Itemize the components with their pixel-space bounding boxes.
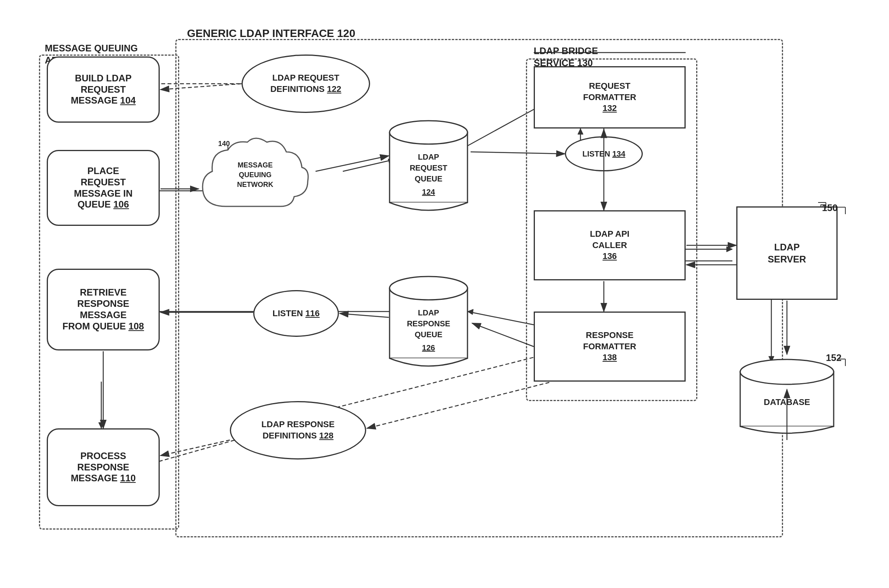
svg-text:QUEUING: QUEUING: [239, 171, 272, 179]
oval-122: LDAP REQUESTDEFINITIONS 122: [242, 55, 370, 113]
svg-text:RESPONSE: RESPONSE: [407, 319, 450, 328]
cylinder-124: LDAP REQUEST QUEUE 124: [386, 113, 471, 216]
svg-point-36: [390, 121, 467, 144]
box-108: RETRIEVERESPONSEMESSAGEFROM QUEUE 108: [47, 269, 160, 350]
box-caller-136: LDAP APICALLER136: [534, 210, 686, 280]
box-104: BUILD LDAPREQUESTMESSAGE 104: [47, 56, 160, 123]
svg-text:REQUEST: REQUEST: [410, 164, 448, 172]
database-ref: 152: [826, 352, 841, 363]
cylinder-database: DATABASE: [736, 354, 838, 442]
box-110: PROCESSRESPONSEMESSAGE 110: [47, 428, 160, 506]
ref-bracket-150: [732, 195, 841, 210]
svg-point-48: [740, 359, 834, 384]
diagram-container: GENERIC LDAP INTERFACE 120 MESSAGE QUEUI…: [23, 16, 865, 572]
box-106: PLACEREQUESTMESSAGE INQUEUE 106: [47, 150, 160, 226]
svg-text:DATABASE: DATABASE: [764, 397, 810, 407]
box-formatter-132: REQUESTFORMATTER132: [534, 66, 686, 129]
svg-text:LDAP: LDAP: [418, 308, 439, 317]
box-formatter-138: RESPONSEFORMATTER138: [534, 312, 686, 382]
svg-text:126: 126: [422, 343, 435, 352]
svg-text:LDAP: LDAP: [418, 153, 439, 161]
box-ldap-server: LDAPSERVER: [736, 206, 838, 300]
oval-listen-134: LISTEN 134: [565, 136, 643, 171]
oval-116: LISTEN 116: [253, 290, 339, 337]
generic-ldap-label: GENERIC LDAP INTERFACE 120: [187, 27, 355, 40]
svg-text:NETWORK: NETWORK: [237, 181, 273, 188]
oval-128: LDAP RESPONSEDEFINITIONS 128: [230, 401, 366, 459]
svg-text:QUEUE: QUEUE: [415, 174, 442, 183]
svg-text:QUEUE: QUEUE: [415, 330, 442, 339]
bridge-service-label: LDAP BRIDGESERVICE 130: [534, 45, 598, 69]
svg-point-42: [390, 276, 467, 300]
svg-text:MESSAGE: MESSAGE: [238, 161, 273, 169]
cylinder-126: LDAP RESPONSE QUEUE 126: [386, 269, 471, 371]
cloud-140: MESSAGE QUEUING NETWORK 140: [195, 136, 316, 224]
svg-text:124: 124: [422, 188, 435, 196]
